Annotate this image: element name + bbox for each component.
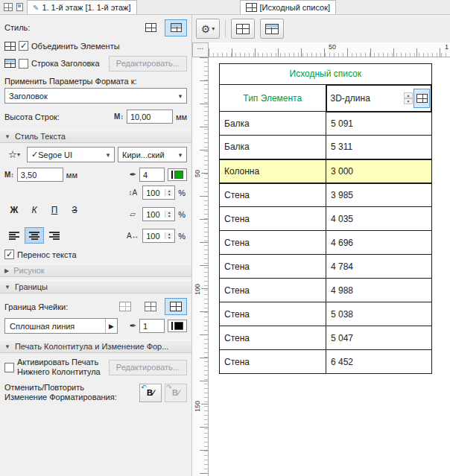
column-header-length[interactable]: 3D-длина ▲ ▼ bbox=[326, 85, 432, 112]
cell-length[interactable]: 5 038 bbox=[326, 302, 432, 326]
table-row[interactable]: Стена 3 985 bbox=[220, 183, 432, 207]
table-row[interactable]: Балка 5 311 bbox=[220, 136, 432, 159]
cell-type[interactable]: Стена bbox=[220, 326, 326, 350]
tracking-spinner[interactable]: ▲▼ bbox=[165, 232, 173, 239]
cell-length[interactable]: 5 311 bbox=[326, 136, 432, 159]
font-select[interactable]: ✓ Segoe UI ▾ bbox=[27, 147, 115, 162]
cell-type[interactable]: Стена bbox=[220, 279, 326, 302]
cell-length[interactable]: 5 091 bbox=[326, 112, 432, 136]
cell-type[interactable]: Балка bbox=[220, 136, 326, 159]
ruler-row: ... 50 1 bbox=[192, 42, 450, 57]
cell-type[interactable]: Стена bbox=[220, 255, 326, 279]
cell-type[interactable]: Стена bbox=[220, 231, 326, 255]
cell-length[interactable]: 6 452 bbox=[326, 350, 432, 374]
border-none-button[interactable] bbox=[114, 298, 136, 315]
tracking-input[interactable]: 100 ▲▼ bbox=[142, 229, 175, 243]
section-borders[interactable]: ▼ Границы bbox=[0, 280, 191, 293]
schedule-title[interactable]: Исходный список bbox=[220, 64, 432, 85]
align-center-button[interactable] bbox=[25, 227, 44, 244]
cell-type[interactable]: Балка bbox=[220, 112, 326, 136]
table-row[interactable]: Стена 4 784 bbox=[220, 255, 432, 279]
column-header-type[interactable]: Тип Элемента bbox=[220, 85, 326, 112]
cell-length[interactable]: 4 784 bbox=[326, 255, 432, 279]
row-height-input[interactable]: 10,00 bbox=[127, 110, 173, 124]
cell-length[interactable]: 4 696 bbox=[326, 231, 432, 255]
underline-button[interactable]: П bbox=[45, 202, 64, 218]
table-row[interactable]: Стена 4 035 bbox=[220, 207, 432, 231]
spin-down-icon[interactable]: ▼ bbox=[165, 215, 173, 218]
text-pen-color-button[interactable] bbox=[168, 168, 187, 181]
section-footer-print[interactable]: ▼ Печать Колонтитула и Изменение Фор... bbox=[0, 340, 191, 353]
char-width-input[interactable]: 100 ▲▼ bbox=[142, 207, 175, 221]
table-row[interactable]: Стена 5 047 bbox=[220, 326, 432, 350]
wrap-text-checkbox[interactable] bbox=[4, 250, 14, 259]
field-picker-button[interactable] bbox=[413, 89, 430, 108]
text-pen-input[interactable]: 4 bbox=[139, 168, 165, 182]
script-select[interactable]: Кири...ский ▾ bbox=[118, 147, 187, 162]
spin-down-icon[interactable]: ▼ bbox=[165, 193, 173, 197]
border-all-button[interactable] bbox=[165, 298, 187, 315]
table-row[interactable]: Стена 4 696 bbox=[220, 231, 432, 255]
undo-formatting-button[interactable]: ↶ B∕ bbox=[139, 384, 162, 402]
cell-length[interactable]: 4 035 bbox=[326, 207, 432, 231]
align-left-button[interactable] bbox=[4, 227, 24, 244]
cell-type[interactable]: Колонна bbox=[220, 159, 326, 183]
char-width-spinner[interactable]: ▲▼ bbox=[165, 211, 173, 218]
pane-layout-icon[interactable] bbox=[4, 3, 13, 11]
table-row[interactable]: Стена 6 452 bbox=[220, 350, 432, 374]
edit-footer-button[interactable]: Редактировать... bbox=[109, 360, 187, 375]
border-pen-input[interactable]: 1 bbox=[139, 319, 165, 333]
tab-floor-plan[interactable]: ✎ 1. 1-й этаж [1. 1-й этаж] bbox=[27, 0, 137, 14]
bold-button[interactable]: Ж bbox=[4, 202, 24, 218]
table-row[interactable]: Стена 5 038 bbox=[220, 302, 432, 326]
header-spinner[interactable]: ▲ ▼ bbox=[404, 92, 413, 104]
table-row[interactable]: Колонна 3 000 bbox=[220, 159, 432, 183]
new-tab-icon[interactable] bbox=[16, 3, 23, 11]
restructure-table-button[interactable] bbox=[231, 19, 255, 39]
chevron-down-icon: ▾ bbox=[102, 151, 114, 159]
schedule-canvas[interactable]: Исходный список Тип Элемента 3D-длина ▲ bbox=[209, 57, 450, 476]
cell-type[interactable]: Стена bbox=[220, 183, 326, 207]
apply-format-select[interactable]: Заголовок ▾ bbox=[4, 88, 187, 104]
apply-format-label: Применить Параметры Формата к: bbox=[4, 77, 137, 86]
spin-down-icon[interactable]: ▼ bbox=[165, 236, 173, 240]
section-picture[interactable]: ▶ Рисунок bbox=[0, 264, 191, 277]
spin-down-icon[interactable]: ▼ bbox=[404, 98, 413, 104]
footer-print-checkbox[interactable] bbox=[4, 363, 14, 372]
table-row[interactable]: Балка 5 091 bbox=[220, 112, 432, 136]
cell-type[interactable]: Стена bbox=[220, 207, 326, 231]
cell-length[interactable]: 5 047 bbox=[326, 326, 432, 350]
scheme-settings-button[interactable]: ⚙ ▾ bbox=[196, 19, 220, 39]
tab-schedule[interactable]: [Исходный список] bbox=[240, 0, 337, 14]
table-row[interactable]: Стена 4 988 bbox=[220, 279, 432, 302]
merge-elements-checkbox[interactable] bbox=[19, 41, 28, 51]
line-spacing-spinner[interactable]: ▲▼ bbox=[165, 189, 173, 196]
border-pen-color-button[interactable] bbox=[168, 320, 187, 332]
line-spacing-input[interactable]: 100 ▲▼ bbox=[142, 185, 175, 200]
format-b-icon: B∕ bbox=[172, 388, 180, 397]
spin-up-icon[interactable]: ▲ bbox=[404, 92, 413, 98]
favorites-button[interactable]: ☆▾ bbox=[4, 146, 24, 163]
style-header-button[interactable] bbox=[165, 19, 187, 37]
cell-length[interactable]: 3 985 bbox=[326, 183, 432, 207]
header-row-checkbox[interactable] bbox=[19, 59, 28, 69]
cell-length[interactable]: 4 988 bbox=[326, 279, 432, 302]
align-right-button[interactable] bbox=[45, 227, 64, 244]
merge-items-button[interactable] bbox=[260, 19, 284, 39]
percent-label: % bbox=[178, 232, 186, 241]
strikethrough-button[interactable]: З bbox=[65, 202, 84, 218]
line-type-button[interactable]: Сплошная линия ▶ bbox=[4, 318, 118, 334]
redo-formatting-button[interactable]: ↷ B∕ bbox=[165, 384, 187, 402]
horizontal-ruler[interactable]: 50 1 bbox=[209, 42, 450, 57]
font-size-input[interactable]: 3,50 bbox=[17, 168, 63, 182]
ruler-options-button[interactable]: ... bbox=[192, 42, 209, 57]
style-plain-button[interactable] bbox=[139, 19, 162, 37]
edit-header-button[interactable]: Редактировать... bbox=[109, 56, 187, 72]
cell-type[interactable]: Стена bbox=[220, 302, 326, 326]
cell-type[interactable]: Стена bbox=[220, 350, 326, 374]
cell-length[interactable]: 3 000 bbox=[326, 159, 432, 183]
section-text-style[interactable]: ▼ Стиль Текста bbox=[0, 130, 191, 143]
vertical-ruler[interactable]: 50 100 150 bbox=[192, 57, 209, 476]
border-outline-button[interactable] bbox=[139, 298, 162, 315]
italic-button[interactable]: К bbox=[25, 202, 44, 218]
